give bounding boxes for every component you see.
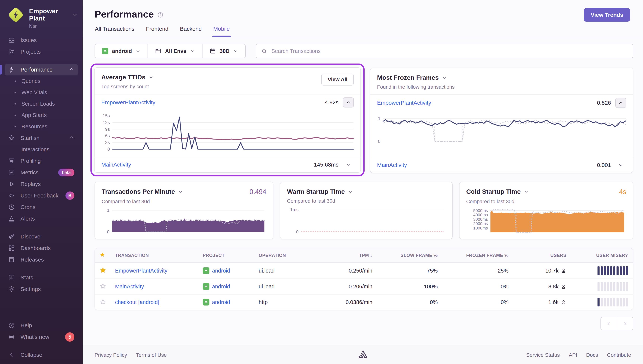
chevron-right-icon [622, 321, 628, 326]
sidebar-item-releases[interactable]: Releases [5, 254, 78, 266]
sidebar-item-starfish[interactable]: Starfish [5, 132, 78, 144]
star-filled-icon[interactable] [100, 267, 106, 274]
avg-ttids-chart-wrap: 15s12s9s6s3s0 [95, 110, 361, 157]
footer-link-service-status[interactable]: Service Status [526, 352, 560, 358]
org-name: Empower Plant [29, 8, 70, 22]
transaction-link[interactable]: MainActivity [115, 284, 203, 290]
transaction-link[interactable]: EmpowerPlantActivity [115, 268, 203, 274]
badge-user-feedback: B [66, 192, 74, 200]
sidebar-item-collapse[interactable]: Collapse [5, 349, 78, 361]
column-header-frozen-frame[interactable]: FROZEN FRAME % [438, 253, 509, 258]
widget-title-dropdown[interactable]: Most Frozen Frames [377, 74, 455, 81]
widget-title-dropdown[interactable]: Warm Startup Time [287, 188, 353, 195]
column-header-user-misery[interactable]: USER MISERY [566, 253, 628, 258]
sidebar-subitem-resources[interactable]: Resources [5, 121, 78, 132]
expand-row-button[interactable] [615, 162, 626, 168]
bullet-dot [15, 126, 16, 127]
sidebar-subitem-interactions[interactable]: Interactions [5, 144, 78, 155]
sidebar-item-label: Discover [21, 234, 42, 240]
sidebar-subitem-web-vitals[interactable]: Web Vitals [5, 87, 78, 98]
chevron-left-icon [606, 321, 611, 326]
sidebar-subitem-label: Screen Loads [22, 101, 55, 107]
tab-all-transactions[interactable]: All Transactions [95, 26, 135, 37]
section-collapse-toggle[interactable] [69, 135, 74, 142]
sidebar-subitem-app-starts[interactable]: App Starts [5, 110, 78, 121]
prev-page-button[interactable] [600, 317, 617, 330]
widget-title-dropdown[interactable]: Cold Startup Time [466, 188, 529, 195]
footer-link-docs[interactable]: Docs [586, 352, 598, 358]
sidebar-item-profiling[interactable]: Profiling [5, 155, 78, 167]
sidebar-item-help[interactable]: Help [5, 320, 78, 331]
sidebar-item-crons[interactable]: Crons [5, 201, 78, 213]
collapse-row-button[interactable] [343, 98, 354, 108]
star-toggle[interactable] [100, 267, 115, 274]
tab-backend[interactable]: Backend [180, 26, 202, 37]
column-header-operation[interactable]: OPERATION [259, 253, 320, 258]
frozen-frames-chart-wrap: 10 [370, 111, 633, 157]
sidebar-subitem-queries[interactable]: Queries [5, 76, 78, 87]
help-circle-icon[interactable] [157, 12, 164, 18]
chevron-down-icon [524, 189, 529, 194]
star-toggle[interactable] [100, 298, 115, 306]
footer-link-privacy-policy[interactable]: Privacy Policy [95, 352, 127, 358]
view-all-button[interactable]: View All [321, 74, 354, 86]
star-outline-icon[interactable] [100, 283, 106, 289]
sidebar-item-replays[interactable]: Replays [5, 178, 78, 190]
siren-icon [8, 215, 15, 222]
column-header-transaction[interactable]: TRANSACTION [115, 253, 203, 258]
project-cell[interactable]: android [203, 267, 259, 274]
expand-row-button[interactable] [343, 162, 354, 167]
filter-30d-dropdown[interactable]: 30D [202, 44, 245, 58]
transaction-link[interactable]: EmpowerPlantActivity [377, 100, 431, 106]
sidebar-item-stats[interactable]: Stats [5, 272, 78, 283]
column-header-users[interactable]: USERS [509, 253, 566, 258]
column-header-project[interactable]: PROJECT [203, 253, 259, 258]
transaction-link[interactable]: EmpowerPlantActivity [101, 99, 155, 106]
widget-subtitle: Top screens by count [101, 84, 154, 90]
sidebar-item-settings[interactable]: Settings [5, 283, 78, 295]
sidebar-item-metrics[interactable]: Metricsbeta [5, 167, 78, 178]
next-page-button[interactable] [617, 317, 633, 330]
sidebar-item-alerts[interactable]: Alerts [5, 213, 78, 224]
transaction-link[interactable]: MainActivity [377, 162, 407, 168]
sidebar-item-projects[interactable]: Projects [5, 46, 78, 58]
widget-title-dropdown[interactable]: Average TTIDs [101, 74, 154, 81]
sidebar-item-discover[interactable]: Discover [5, 231, 78, 242]
org-switcher[interactable]: Empower Plant Nar [0, 6, 83, 34]
footer-link-terms-of-use[interactable]: Terms of Use [136, 352, 167, 358]
tab-mobile[interactable]: Mobile [213, 26, 230, 37]
transaction-link[interactable]: MainActivity [101, 162, 131, 168]
sidebar-subitem-screen-loads[interactable]: Screen Loads [5, 98, 78, 110]
view-trends-button[interactable]: View Trends [584, 8, 630, 22]
sidebar-item-label: Replays [21, 181, 41, 187]
column-header-tpm[interactable]: TPM↓ [320, 253, 372, 258]
filter-all-envs-dropdown[interactable]: All Envs [148, 44, 202, 58]
widget-title-dropdown[interactable]: Transactions Per Minute [102, 188, 183, 195]
svg-text:2000ms: 2000ms [473, 221, 488, 226]
transaction-link[interactable]: checkout [android] [115, 299, 203, 305]
project-cell[interactable]: android [203, 299, 259, 306]
footer-link-api[interactable]: API [569, 352, 577, 358]
sidebar-item-performance[interactable]: Performance [5, 64, 78, 76]
tab-frontend[interactable]: Frontend [146, 26, 169, 37]
megaphone-icon [8, 192, 15, 199]
sidebar-item-label: Issues [21, 37, 37, 44]
project-cell[interactable]: android [203, 283, 259, 290]
section-collapse-toggle[interactable] [69, 66, 74, 73]
tpm-cell: 0.206/min [320, 284, 372, 290]
sidebar: Empower Plant Nar IssuesProjectsPerforma… [0, 0, 83, 364]
misery-bar [601, 282, 603, 291]
sidebar-item-what-s-new[interactable]: What's new5 [5, 331, 78, 343]
sidebar-item-user-feedback[interactable]: User FeedbackB [5, 190, 78, 201]
search-box[interactable] [256, 44, 633, 58]
search-input[interactable] [271, 48, 628, 54]
footer-link-contribute[interactable]: Contribute [607, 352, 631, 358]
star-outline-icon[interactable] [100, 298, 106, 305]
filter-android-dropdown[interactable]: android [95, 44, 148, 58]
top-widget-grid: Average TTIDs Top screens by count View … [95, 68, 633, 173]
sidebar-item-issues[interactable]: Issues [5, 34, 78, 46]
collapse-row-button[interactable] [615, 98, 626, 108]
star-toggle[interactable] [100, 283, 115, 290]
column-header-slow-frame[interactable]: SLOW FRAME % [372, 253, 438, 258]
sidebar-item-dashboards[interactable]: Dashboards [5, 242, 78, 254]
